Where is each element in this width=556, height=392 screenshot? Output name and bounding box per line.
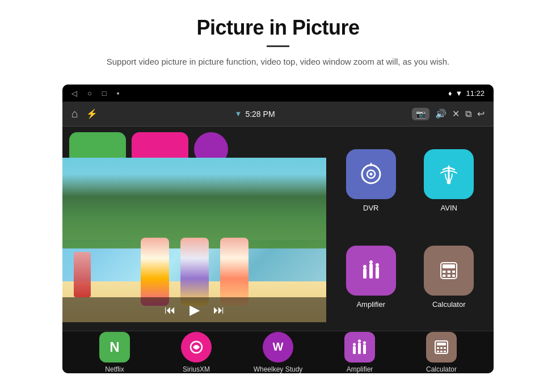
svg-point-25 <box>363 341 366 344</box>
recents-nav-icon[interactable]: □ <box>102 89 107 98</box>
page-wrapper: Picture in Picture Support video picture… <box>0 0 556 392</box>
home-button[interactable]: ⌂ <box>71 107 78 120</box>
pip-container: ▶ − + ✕ <box>62 127 326 331</box>
calculator-label: Calculator <box>432 300 466 309</box>
beach-people <box>141 238 248 306</box>
app-grid-right: DVR AVIN <box>326 127 494 331</box>
svg-rect-15 <box>452 271 455 273</box>
avin-icon <box>437 162 460 187</box>
svg-point-9 <box>369 260 373 264</box>
amplifier-icon <box>359 258 384 283</box>
head-unit-toolbar: ⌂ ⚡ ▼ 5:28 PM 📷 🔊 ✕ ⧉ ↩ <box>62 102 494 127</box>
back-nav-icon[interactable]: ◁ <box>71 89 77 98</box>
status-time: 11:22 <box>466 89 485 98</box>
svg-rect-14 <box>448 271 451 273</box>
calculator-dock-svg-icon <box>432 338 450 356</box>
toolbar-time: 5:28 PM <box>245 109 275 119</box>
next-button[interactable]: ⏭ <box>213 304 225 317</box>
home-nav-icon[interactable]: ○ <box>87 89 92 98</box>
amplifier-icon-box[interactable] <box>346 246 396 296</box>
svg-rect-17 <box>448 275 451 277</box>
dock-item-calculator[interactable]: Calculator <box>407 332 475 373</box>
prev-button[interactable]: ⏮ <box>165 304 176 317</box>
svg-point-10 <box>376 263 379 267</box>
header-section: Picture in Picture Support video picture… <box>95 0 461 77</box>
foreground-element <box>74 252 91 297</box>
svg-point-24 <box>358 339 361 342</box>
siriusxm-logo-icon <box>187 338 205 356</box>
netflix-dock-icon[interactable]: N <box>99 332 130 363</box>
svg-rect-20 <box>353 346 356 354</box>
svg-point-2 <box>369 172 372 175</box>
calculator-icon <box>436 258 461 283</box>
wheelkey-dock-label: Wheelkey Study <box>254 365 303 373</box>
pip-window-icon[interactable]: ⧉ <box>465 109 471 119</box>
screenshot-nav-icon[interactable]: ▪ <box>117 89 120 98</box>
app-item-amplifier[interactable]: Amplifier <box>335 232 407 322</box>
app-item-dvr[interactable]: DVR <box>335 136 407 225</box>
wheelkey-dock-icon[interactable]: W <box>263 332 293 363</box>
svg-rect-6 <box>369 264 373 279</box>
svg-rect-30 <box>444 347 446 349</box>
svg-rect-12 <box>443 264 455 268</box>
person-2 <box>180 238 209 306</box>
usb-icon: ⚡ <box>86 108 98 119</box>
siriusxm-dock-icon[interactable] <box>181 332 212 363</box>
amplifier-label: Amplifier <box>356 300 385 309</box>
play-button[interactable]: ▶ <box>189 302 200 318</box>
svg-rect-18 <box>452 275 455 277</box>
wifi-toolbar-icon: ▼ <box>235 109 242 118</box>
toolbar-left: ⌂ ⚡ <box>71 107 98 120</box>
volume-button[interactable]: 🔊 <box>435 108 447 119</box>
svg-rect-7 <box>376 267 379 279</box>
calculator-dock-icon[interactable] <box>426 332 457 363</box>
dvr-icon <box>359 162 384 187</box>
svg-rect-31 <box>437 351 439 352</box>
avin-label: AVIN <box>441 204 457 212</box>
app-item-calculator[interactable]: Calculator <box>414 232 485 322</box>
toolbar-center: ▼ 5:28 PM <box>235 109 275 119</box>
device-frame: ◁ ○ □ ▪ ♦ ▼ 11:22 ⌂ ⚡ ▼ 5:28 PM 📷 <box>62 85 494 373</box>
svg-rect-16 <box>443 275 446 277</box>
dock-item-amplifier[interactable]: Amplifier <box>326 332 394 373</box>
siriusxm-dock-label: SiriusXM <box>183 365 210 373</box>
svg-rect-27 <box>437 343 446 345</box>
calculator-icon-box[interactable] <box>424 246 474 296</box>
amplifier-dock-svg-icon <box>351 338 369 356</box>
camera-button[interactable]: 📷 <box>412 108 429 120</box>
calculator-dock-label: Calculator <box>426 365 457 373</box>
amplifier-dock-icon[interactable] <box>344 332 375 363</box>
svg-rect-33 <box>444 351 446 352</box>
title-divider <box>267 45 289 47</box>
wifi-icon: ▼ <box>456 89 463 98</box>
dvr-icon-box[interactable] <box>346 149 396 199</box>
toolbar-right: 📷 🔊 ✕ ⧉ ↩ <box>412 108 485 120</box>
bottom-dock: N Netflix SiriusXM W Wheelkey Study <box>62 331 494 373</box>
svg-rect-32 <box>440 351 443 352</box>
svg-rect-21 <box>358 343 361 354</box>
netflix-dock-label: Netflix <box>105 365 124 373</box>
app-item-avin[interactable]: AVIN <box>414 136 485 225</box>
status-bar-left: ◁ ○ □ ▪ <box>71 89 119 98</box>
playback-controls: ⏮ ▶ ⏭ <box>62 297 326 322</box>
svg-rect-5 <box>363 268 367 279</box>
svg-point-4 <box>447 180 451 184</box>
svg-rect-28 <box>437 347 439 349</box>
dock-item-wheelkey[interactable]: W Wheelkey Study <box>244 332 312 373</box>
beach-trees <box>62 174 326 248</box>
dock-item-netflix[interactable]: N Netflix <box>81 332 149 373</box>
page-title: Picture in Picture <box>107 16 449 40</box>
person-1 <box>141 238 169 306</box>
svg-rect-22 <box>363 344 366 354</box>
dock-item-siriusxm[interactable]: SiriusXM <box>162 332 230 373</box>
svg-point-23 <box>353 343 356 345</box>
video-overlay: ▶ − + ✕ <box>62 158 326 322</box>
subtitle: Support video picture in picture functio… <box>107 55 449 69</box>
avin-icon-box[interactable] <box>424 149 474 199</box>
amplifier-dock-label: Amplifier <box>347 365 373 373</box>
location-icon: ♦ <box>448 89 452 98</box>
svg-point-8 <box>363 265 367 268</box>
back-button[interactable]: ↩ <box>477 108 485 119</box>
close-window-button[interactable]: ✕ <box>452 108 460 119</box>
svg-rect-29 <box>440 347 443 349</box>
